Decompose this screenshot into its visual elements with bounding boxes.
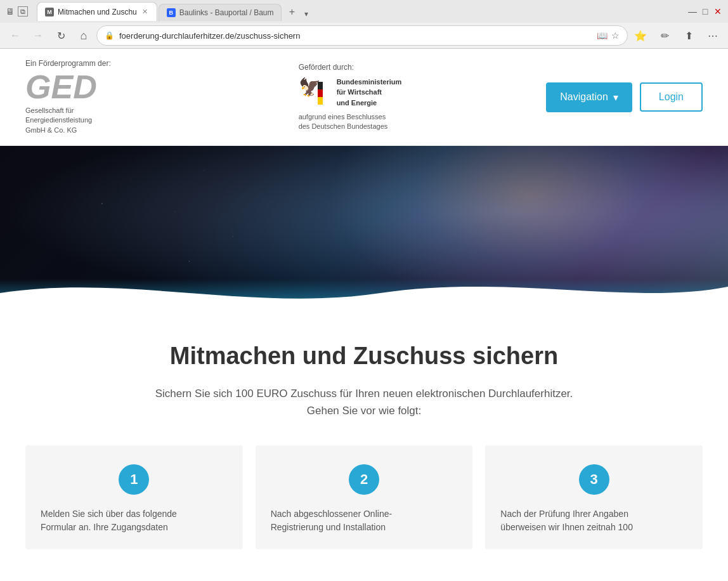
address-bar[interactable]: 🔒 foerderung-durchlauferhitzer.de/zuschu… <box>96 25 628 46</box>
active-tab[interactable]: M Mitmachen und Zuschu ✕ <box>37 2 157 21</box>
header-left: Ein Förderprogramm der: GED Gesellschaft… <box>25 59 273 135</box>
nav-bar: ← → ↻ ⌂ 🔒 foerderung-durchlauferhitzer.d… <box>0 23 728 48</box>
tab-icon: 🖥 <box>5 6 15 16</box>
ged-subtitle: Gesellschaft für Energiedienstleistung G… <box>25 106 273 135</box>
new-window-icon[interactable]: ⧉ <box>18 6 28 16</box>
german-flag <box>318 82 323 105</box>
login-button[interactable]: Login <box>640 82 703 112</box>
step-number-2: 2 <box>349 464 379 495</box>
bundesministerium-block: 🦅 Bundesministerium für Wirtschaft und E… <box>299 77 547 108</box>
forward-button[interactable]: → <box>28 25 48 46</box>
step-card-2: 2 Nach abgeschlossener Online- Registrie… <box>256 445 473 549</box>
header-center: Gefördert durch: 🦅 Bundesministerium für… <box>273 63 547 132</box>
step-card-1: 1 Melden Sie sich über das folgende Form… <box>25 445 243 549</box>
browser-action-buttons: ⭐ ✏ ⬆ ⋯ <box>630 25 723 46</box>
tab-favicon-2: B <box>167 8 176 17</box>
main-subtitle: Sichern Sie sich 100 EURO Zuschuss für I… <box>25 385 703 419</box>
new-tab-button[interactable]: + <box>283 3 301 21</box>
hero-section <box>0 146 728 311</box>
foerderprogramm-label: Ein Förderprogramm der: <box>25 59 273 68</box>
refresh-button[interactable]: ↻ <box>51 25 71 46</box>
step-card-3: 3 Nach der Prüfung Ihrer Angaben überwei… <box>485 445 703 549</box>
pen-icon[interactable]: ✏ <box>654 25 675 46</box>
browser-tabs: M Mitmachen und Zuschu ✕ B Baulinks - Ba… <box>32 2 684 21</box>
step-number-1: 1 <box>119 464 149 495</box>
tab-title-1: Mitmachen und Zuschu <box>58 8 137 16</box>
back-button[interactable]: ← <box>5 25 25 46</box>
close-button[interactable]: ✕ <box>713 6 723 16</box>
header-right: Navigation ▾ Login <box>546 82 703 112</box>
home-button[interactable]: ⌂ <box>74 25 94 46</box>
gefoerdert-label: Gefördert durch: <box>299 63 547 72</box>
step-text-3: Nach der Prüfung Ihrer Angaben überweise… <box>500 507 687 534</box>
step-text-2: Nach abgeschlossener Online- Registrieru… <box>271 507 458 534</box>
navigation-button[interactable]: Navigation ▾ <box>546 82 632 112</box>
more-tabs-button[interactable]: ▾ <box>302 7 311 21</box>
tab-title-2: Baulinks - Bauportal / Baum <box>179 8 274 17</box>
maximize-button[interactable]: □ <box>700 6 710 16</box>
inactive-tab[interactable]: B Baulinks - Bauportal / Baum <box>159 4 282 21</box>
bundesministerium-text: Bundesministerium für Wirtschaft und Ene… <box>337 77 402 108</box>
main-title: Mitmachen und Zuschuss sichern <box>25 343 703 370</box>
tab-favicon-1: M <box>45 8 54 16</box>
browser-chrome: 🖥 ⧉ M Mitmachen und Zuschu ✕ B Baulinks … <box>0 0 728 49</box>
step-text-1: Melden Sie sich über das folgende Formul… <box>41 507 228 534</box>
title-bar: 🖥 ⧉ M Mitmachen und Zuschu ✕ B Baulinks … <box>0 0 728 23</box>
beschluss-text: aufgrund eines Beschlussesdes Deutschen … <box>299 112 547 132</box>
bund-emblem: 🦅 <box>299 77 330 108</box>
collections-icon[interactable]: ⭐ <box>630 25 651 46</box>
ged-logo: GED <box>25 70 273 103</box>
window-controls: 🖥 ⧉ <box>5 6 28 16</box>
main-content: Mitmachen und Zuschuss sichern Sichern S… <box>0 311 728 581</box>
website-content: Ein Förderprogramm der: GED Gesellschaft… <box>0 49 728 581</box>
favorites-icon[interactable]: ☆ <box>611 30 620 41</box>
more-options-button[interactable]: ⋯ <box>703 25 723 46</box>
lock-icon: 🔒 <box>105 31 114 40</box>
share-icon[interactable]: ⬆ <box>679 25 699 46</box>
hero-wave-svg <box>0 274 728 311</box>
tab-close-1[interactable]: ✕ <box>141 6 149 17</box>
site-header: Ein Förderprogramm der: GED Gesellschaft… <box>0 49 728 146</box>
address-action-icons: 📖 ☆ <box>597 30 620 41</box>
reader-icon[interactable]: 📖 <box>597 30 608 41</box>
minimize-button[interactable]: — <box>687 6 698 16</box>
address-text: foerderung-durchlauferhitzer.de/zuschuss… <box>119 31 592 41</box>
steps-container: 1 Melden Sie sich über das folgende Form… <box>25 445 703 562</box>
step-number-3: 3 <box>579 464 609 495</box>
